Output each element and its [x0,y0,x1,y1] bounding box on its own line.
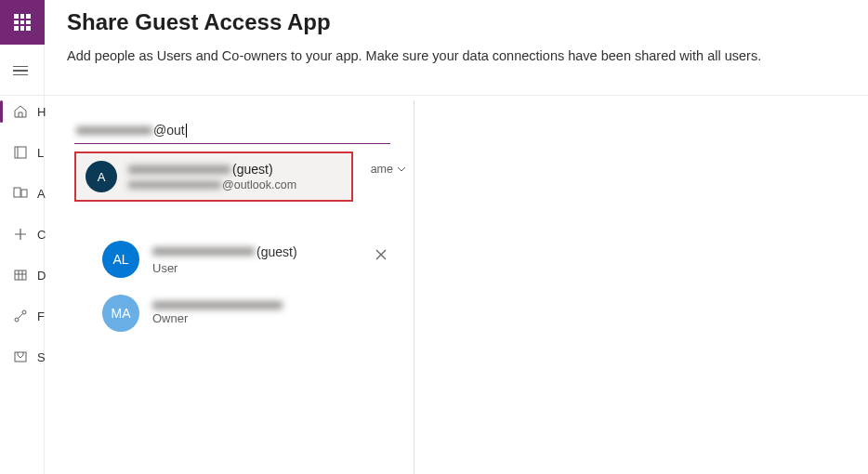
main-area: @out ame A (guest) @outlook.com [54,100,868,474]
people-list: AL (guest) User MA [74,241,414,332]
flows-icon [13,309,28,323]
people-suggestion[interactable]: A (guest) @outlook.com [74,151,353,202]
waffle-icon [14,14,31,31]
svg-rect-1 [14,188,20,197]
suggestion-text: (guest) @outlook.com [128,162,296,191]
suggestion-email-suffix: @outlook.com [222,178,296,191]
chevron-down-icon [397,165,406,174]
svg-point-5 [22,310,26,314]
sort-label-fragment: ame [371,163,393,176]
avatar: MA [102,295,139,332]
avatar: AL [102,241,139,278]
nav-item-solutions[interactable]: S [0,336,44,377]
person-role: User [152,261,297,275]
nav-label: L [37,146,44,160]
person-role: Owner [152,311,284,325]
close-icon[interactable] [375,248,388,261]
person-name-suffix: (guest) [256,244,297,259]
avatar-initials: AL [112,252,128,267]
avatar-initials: A [98,170,106,184]
sort-by[interactable]: ame [371,163,406,176]
svg-rect-0 [15,147,26,158]
nav-item-data[interactable]: D [0,255,44,296]
person-info: Owner [152,301,284,325]
nav-label: H [37,105,46,119]
app-launcher[interactable] [0,0,45,45]
nav-item-flows[interactable]: F [0,296,44,336]
nav-item-apps[interactable]: A [0,173,44,214]
svg-rect-6 [15,352,26,362]
plus-icon [13,227,28,242]
person-row[interactable]: MA Owner [102,295,395,332]
nav-label: S [37,350,46,364]
avatar-initials: MA [112,306,131,321]
learn-icon [13,145,28,160]
page-subtitle: Add people as Users and Co-owners to you… [67,48,857,63]
page-title: Share Guest Access App [67,9,857,35]
data-icon [13,268,28,283]
avatar: A [85,161,117,192]
header-divider [0,95,868,96]
home-icon [13,104,28,119]
nav-label: F [37,309,45,323]
nav-item-learn[interactable]: L [0,132,44,173]
nav-label: D [37,269,46,283]
left-nav: H L A C D F S [0,45,45,474]
nav-item-create[interactable]: C [0,214,44,255]
people-search[interactable]: @out [74,117,390,144]
person-info: (guest) User [152,244,297,275]
suggestion-name-suffix: (guest) [232,162,273,177]
solutions-icon [13,349,28,364]
panel-header: Share Guest Access App Add people as Use… [67,9,857,63]
nav-toggle[interactable] [0,50,44,91]
svg-point-4 [15,318,19,322]
apps-icon [13,186,28,201]
share-column: @out ame A (guest) @outlook.com [54,100,414,474]
person-row[interactable]: AL (guest) User [102,241,395,278]
nav-label: C [37,228,46,242]
hamburger-icon [13,66,28,76]
svg-rect-2 [21,190,27,197]
search-input[interactable] [74,117,390,144]
nav-label: A [37,187,46,201]
svg-rect-3 [15,270,26,280]
nav-item-home[interactable]: H [0,91,44,132]
